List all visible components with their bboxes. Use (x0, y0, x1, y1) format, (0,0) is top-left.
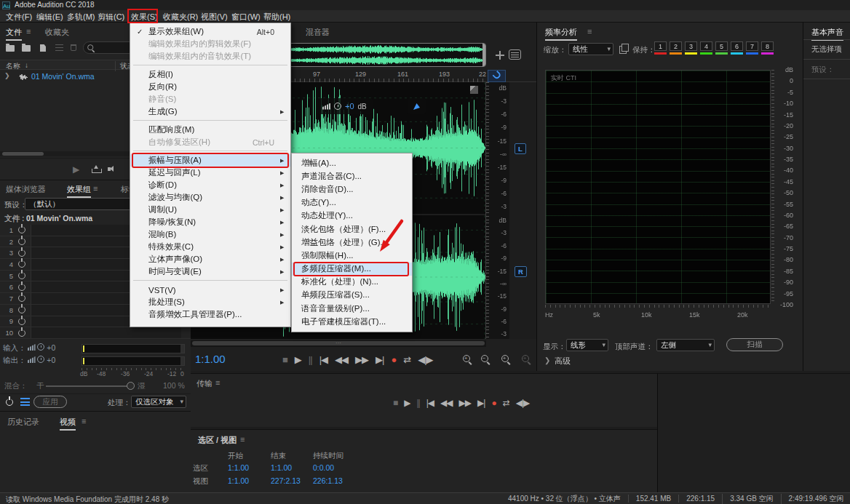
zoom-in-button[interactable]: + (462, 354, 472, 364)
transport-button[interactable]: ▶| (376, 354, 384, 365)
hud-grip-icon[interactable] (470, 86, 478, 94)
effects-menu-item[interactable] (130, 148, 290, 154)
zoom-navigator-icon[interactable] (496, 51, 504, 60)
effects-menu-item[interactable]: 立体声声像(O) (130, 253, 290, 265)
effects-menu-item[interactable]: 混响(B) (130, 228, 290, 241)
expand-chevron-icon[interactable]: ❯ (4, 72, 10, 79)
transport-button[interactable]: || (309, 354, 312, 365)
menubar-item[interactable]: 帮助(H) (263, 12, 290, 23)
power-icon[interactable] (18, 284, 25, 291)
submenu-item[interactable]: 消除齿音(D)... (292, 183, 412, 196)
hold-button[interactable]: 7 (746, 41, 758, 55)
panel-menu-icon[interactable]: ≡ (587, 27, 592, 36)
transport-button[interactable]: ▶▶ (459, 398, 471, 408)
power-icon[interactable] (18, 249, 25, 257)
tab-favorites[interactable]: 收藏夹 (45, 27, 69, 38)
process-select[interactable]: 仅选区对象 (131, 396, 186, 408)
transport-button[interactable]: ■ (393, 398, 397, 408)
hold-button[interactable]: 6 (731, 41, 743, 55)
speaker-icon[interactable] (108, 165, 119, 173)
timecode-display[interactable]: 1:1.00 (195, 353, 226, 365)
preview-play-button[interactable]: ▶ (73, 164, 79, 175)
panel-options-icon[interactable] (509, 49, 521, 60)
effects-menu-item[interactable]: 编辑效果组内的音轨效果(T) (130, 50, 290, 63)
transport-button[interactable]: ▶| (477, 398, 485, 408)
effects-menu-item[interactable]: 批处理(S) (130, 296, 290, 308)
effects-menu-item[interactable]: 诊断(D) (130, 179, 290, 191)
power-icon[interactable] (18, 329, 25, 337)
zoom-out-button[interactable]: − (480, 354, 490, 364)
power-icon[interactable] (18, 306, 25, 313)
transport-button[interactable]: ■ (282, 354, 287, 365)
effects-menu-item[interactable]: 匹配响度(M) (130, 124, 290, 136)
transport-button[interactable]: |◀ (319, 354, 327, 365)
editor-h-scrollbar[interactable]: ··· (191, 340, 486, 347)
effects-menu-item[interactable]: 延迟与回声(L) (130, 167, 290, 179)
menubar-item[interactable]: 编辑(E) (36, 12, 63, 23)
file-name[interactable]: 01 Movin' On.wma (31, 72, 95, 81)
effects-menu-item[interactable]: 自动修复选区(H) Ctrl+U (130, 136, 290, 148)
copy-graph-icon[interactable] (619, 44, 628, 52)
mix-slider-track[interactable] (46, 385, 130, 387)
snap-magnet-button[interactable] (488, 70, 506, 82)
transport-button[interactable]: ⇄ (503, 398, 509, 408)
effects-menu-item[interactable]: 生成(G) (130, 105, 290, 118)
tab-basic-sound[interactable]: 基本声音 (811, 27, 843, 38)
tab-files[interactable]: 文件 (6, 27, 22, 38)
menubar-item[interactable]: 视图(V) (201, 12, 228, 23)
view-duration[interactable]: 226:1.13 (313, 476, 343, 485)
view-end[interactable]: 227:2.13 (271, 476, 301, 485)
hold-button[interactable]: 5 (715, 41, 728, 55)
panel-menu-icon[interactable]: ≡ (215, 378, 220, 387)
effects-menu-item[interactable]: 振幅与压限(A) (130, 154, 290, 167)
hold-button[interactable]: 3 (685, 41, 697, 55)
new-file-icon[interactable] (40, 44, 46, 52)
menubar-item[interactable]: 收藏夹(R) (163, 12, 198, 23)
effects-menu-item[interactable]: 显示效果组(W) Alt+0 (130, 25, 290, 38)
hold-button[interactable]: 4 (700, 41, 712, 55)
effects-menu-item[interactable]: 特殊效果(C) (130, 241, 290, 253)
scale-select[interactable]: 线性 (568, 43, 613, 55)
tab-frequency-analysis[interactable]: 频率分析 (545, 27, 577, 38)
selection-duration[interactable]: 0:0.00 (313, 463, 334, 472)
selection-end[interactable]: 1:1.00 (271, 463, 292, 472)
transport-button[interactable]: ◀|▶ (516, 398, 530, 408)
power-icon[interactable] (18, 226, 25, 233)
transport-button[interactable]: || (416, 398, 419, 408)
menubar-item[interactable]: 剪辑(C) (98, 12, 124, 23)
column-name[interactable]: 名称 (6, 61, 20, 71)
submenu-item[interactable]: 增幅(A)... (292, 156, 412, 169)
transport-button[interactable]: ● (491, 398, 496, 408)
menubar-item[interactable]: 窗口(W) (231, 12, 261, 23)
effects-menu-item[interactable] (130, 278, 290, 284)
apply-button[interactable]: 应用 (33, 396, 67, 408)
hold-button[interactable]: 2 (670, 41, 682, 55)
overview-right-handle[interactable] (482, 44, 485, 66)
hud-gain-overlay[interactable]: +0 dB (317, 98, 373, 114)
tab-history[interactable]: 历史记录 (7, 417, 39, 428)
advanced-label[interactable]: 高级 (555, 356, 571, 367)
effects-menu-item[interactable]: 静音(S) (130, 93, 290, 105)
power-icon[interactable] (18, 318, 25, 325)
effects-menu-item[interactable]: 时间与变调(E) (130, 265, 290, 278)
submenu-item[interactable]: 声道混合器(C)... (292, 169, 412, 183)
effects-menu-item[interactable]: 降噪/恢复(N) (130, 216, 290, 228)
transport-button[interactable]: ▶ (295, 354, 301, 365)
panel-menu-icon[interactable]: ≡ (93, 184, 98, 193)
power-icon[interactable] (18, 272, 25, 279)
transport-button[interactable]: ▶▶ (355, 354, 368, 365)
effects-menu-item[interactable]: 反向(R) (130, 81, 290, 93)
panel-menu-icon[interactable]: ≡ (240, 435, 245, 444)
channel-right-badge[interactable]: R (515, 266, 527, 277)
submenu-item[interactable]: 动态(Y)... (292, 196, 412, 209)
power-icon[interactable] (18, 260, 25, 268)
display-select[interactable]: 线形 (566, 339, 608, 351)
zoom-selection-button[interactable]: + (501, 354, 511, 364)
selection-start[interactable]: 1:1.00 (228, 463, 249, 472)
scan-button[interactable]: 扫描 (726, 338, 783, 351)
channel-left-badge[interactable]: L (515, 143, 526, 154)
tab-media-browser[interactable]: 媒体浏览器 (6, 184, 46, 195)
effects-menu-item[interactable]: 编辑效果组内的剪辑效果(F) (130, 38, 290, 50)
advanced-chevron-icon[interactable]: ❯ (544, 356, 550, 364)
hold-button[interactable]: 1 (654, 41, 667, 55)
